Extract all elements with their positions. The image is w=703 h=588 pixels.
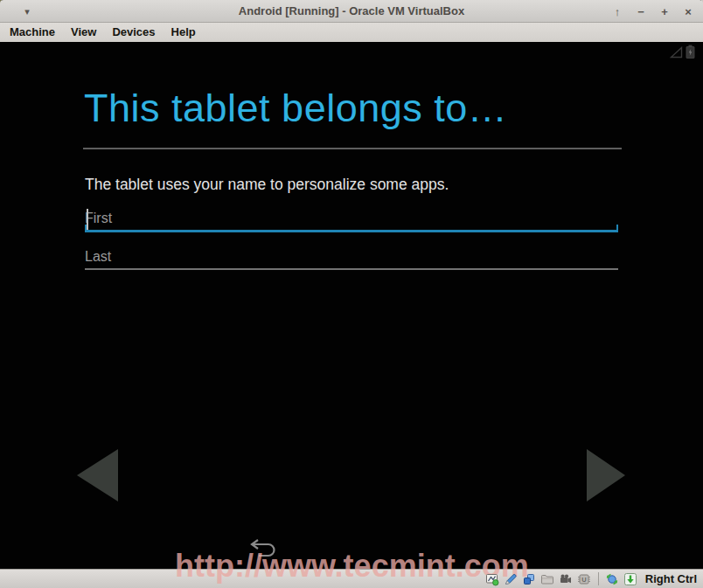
window-title: Android [Running] - Oracle VM VirtualBox (0, 0, 703, 23)
window-controls: ↑ − + × (611, 0, 694, 23)
pencil-icon[interactable] (504, 571, 519, 586)
shade-button[interactable]: ↑ (611, 5, 623, 18)
statusbar-separator (598, 572, 599, 585)
network-adapters-icon[interactable] (522, 571, 537, 586)
title-divider (83, 148, 622, 149)
menu-help[interactable]: Help (164, 23, 204, 42)
menu-view[interactable]: View (63, 23, 104, 42)
page-subtitle: The tablet uses your name to personalize… (85, 176, 449, 194)
back-arrow-icon[interactable] (246, 536, 279, 560)
statusbar: U Right Ctrl (0, 569, 703, 588)
text-cursor (87, 209, 88, 230)
virtualbox-window: ▾ Android [Running] - Oracle VM VirtualB… (0, 0, 703, 588)
shared-folders-icon[interactable] (540, 571, 555, 586)
window-titlebar: ▾ Android [Running] - Oracle VM VirtualB… (0, 0, 703, 23)
usb-chip-icon[interactable]: U (577, 571, 592, 586)
video-capture-icon[interactable] (559, 571, 574, 586)
menu-devices[interactable]: Devices (104, 23, 163, 42)
prev-arrow-icon[interactable] (77, 449, 118, 502)
first-field-underline (85, 230, 618, 232)
mouse-integration-icon[interactable] (605, 571, 620, 586)
next-arrow-icon[interactable] (587, 449, 625, 502)
menu-machine[interactable]: Machine (2, 23, 63, 42)
page-title: This tablet belongs to… (84, 86, 507, 131)
signal-triangle-icon (670, 46, 683, 62)
keyboard-capture-icon[interactable] (623, 571, 638, 586)
hard-disk-icon[interactable] (485, 571, 500, 586)
maximize-button[interactable]: + (658, 5, 671, 18)
close-button[interactable]: × (682, 5, 694, 18)
battery-charging-icon (686, 45, 695, 62)
host-key-label: Right Ctrl (645, 572, 697, 585)
menubar: Machine View Devices Help (0, 23, 703, 42)
android-screen: This tablet belongs to… The tablet uses … (0, 42, 703, 569)
android-status-area (670, 45, 695, 62)
svg-text:U: U (582, 575, 587, 583)
last-field-underline (85, 268, 618, 270)
last-name-input[interactable] (85, 246, 616, 268)
minimize-button[interactable]: − (635, 5, 647, 18)
first-name-input[interactable] (85, 207, 616, 230)
